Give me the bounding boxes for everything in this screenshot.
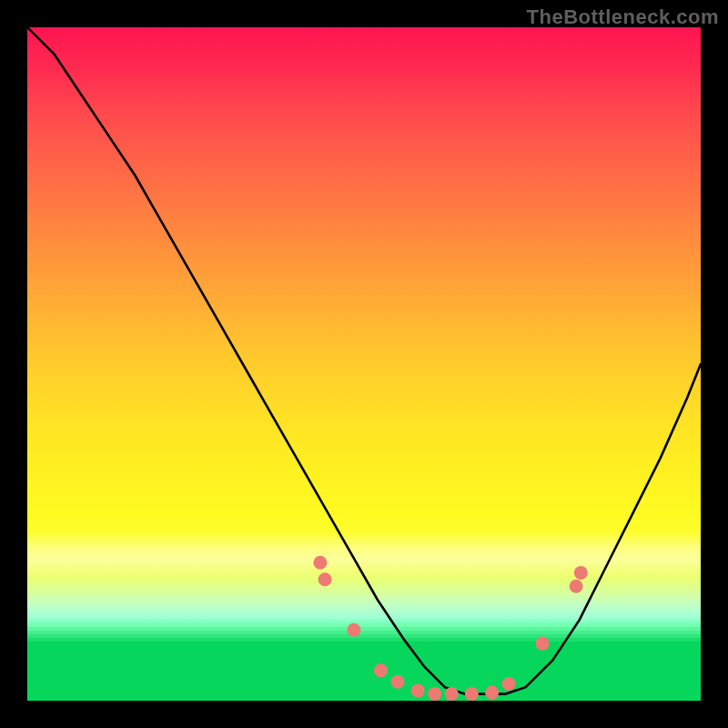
threshold-dot — [465, 687, 479, 701]
chart-frame: TheBottleneck.com — [0, 0, 728, 728]
threshold-dot — [574, 566, 588, 580]
threshold-dot — [428, 687, 441, 701]
curve-overlay — [27, 27, 701, 701]
threshold-dot — [485, 686, 499, 700]
threshold-dot — [391, 675, 405, 689]
bottleneck-curve — [27, 27, 701, 694]
threshold-dot — [570, 580, 583, 593]
threshold-dot — [502, 677, 516, 691]
threshold-dots-group — [313, 556, 587, 701]
watermark-label: TheBottleneck.com — [527, 5, 719, 29]
threshold-dot — [374, 663, 388, 677]
threshold-dot — [445, 687, 459, 701]
threshold-dot — [318, 572, 332, 586]
threshold-dot — [411, 683, 425, 697]
threshold-dot — [313, 556, 327, 570]
plot-area — [27, 27, 701, 701]
threshold-dot — [536, 637, 550, 651]
threshold-dot — [347, 623, 360, 637]
